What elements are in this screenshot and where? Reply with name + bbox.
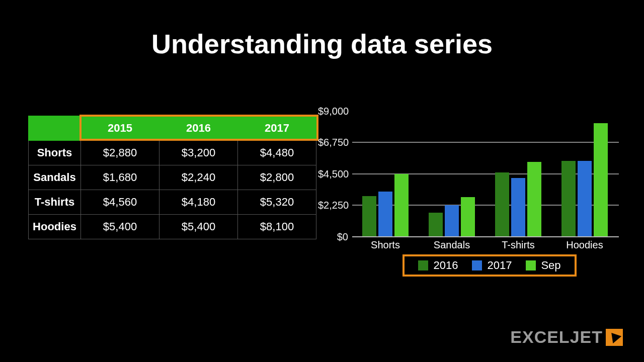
baseline bbox=[352, 236, 619, 237]
bar bbox=[378, 192, 392, 236]
legend-swatch-icon bbox=[472, 260, 482, 270]
cell: $2,240 bbox=[159, 165, 238, 190]
bar bbox=[578, 161, 592, 236]
category-label: Sandals bbox=[419, 239, 485, 251]
cell: $1,680 bbox=[81, 165, 159, 190]
bar-chart: $9,000 $6,750 $4,500 $2,250 $0 bbox=[320, 111, 620, 251]
bar bbox=[429, 213, 443, 236]
chart-legend: 2016 2017 Sep bbox=[403, 254, 577, 277]
cell: $4,560 bbox=[81, 190, 159, 215]
logo-text: EXCELJET bbox=[510, 327, 603, 347]
table-row: Hoodies $5,400 $5,400 $8,100 bbox=[29, 215, 316, 239]
logo: EXCELJET bbox=[510, 327, 623, 347]
plot-area bbox=[352, 111, 619, 236]
row-header: Hoodies bbox=[29, 215, 81, 239]
bar bbox=[461, 197, 475, 236]
cell: $4,180 bbox=[159, 190, 238, 215]
legend-swatch-icon bbox=[526, 260, 536, 270]
bar bbox=[362, 196, 376, 236]
ytick: $9,000 bbox=[318, 106, 348, 117]
ytick: $6,750 bbox=[318, 137, 348, 148]
cell: $2,880 bbox=[81, 141, 159, 165]
bar bbox=[527, 162, 541, 236]
category-label: Hoodies bbox=[551, 239, 618, 251]
legend-item: Sep bbox=[526, 259, 560, 272]
legend-label: 2016 bbox=[433, 259, 458, 272]
ytick: $0 bbox=[318, 231, 348, 243]
cell: $5,400 bbox=[81, 215, 159, 239]
cell: $8,100 bbox=[238, 215, 316, 239]
legend-label: 2017 bbox=[487, 259, 512, 272]
bar bbox=[495, 172, 509, 236]
col-header-2015: 2015 bbox=[81, 116, 159, 141]
row-header: T-shirts bbox=[29, 190, 81, 215]
data-table: 2015 2016 2017 Shorts $2,880 $3,200 $4,4… bbox=[28, 116, 316, 239]
ytick: $4,500 bbox=[318, 168, 348, 180]
bar bbox=[511, 178, 525, 236]
table-row: T-shirts $4,560 $4,180 $5,320 bbox=[29, 190, 316, 215]
legend-swatch-icon bbox=[418, 260, 428, 270]
legend-item: 2017 bbox=[472, 259, 512, 272]
table-corner bbox=[29, 116, 81, 141]
category-label: T-shirts bbox=[485, 239, 551, 251]
ytick: $2,250 bbox=[318, 200, 348, 211]
bar bbox=[561, 161, 576, 236]
bar bbox=[594, 123, 608, 236]
cell: $3,200 bbox=[159, 141, 238, 165]
table-header-row: 2015 2016 2017 bbox=[29, 116, 316, 141]
table-row: Shorts $2,880 $3,200 $4,480 bbox=[29, 141, 316, 165]
legend-label: Sep bbox=[541, 259, 560, 272]
cell: $2,800 bbox=[238, 165, 316, 190]
legend-item: 2016 bbox=[418, 259, 458, 272]
slide: Understanding data series 2015 2016 2017… bbox=[0, 0, 644, 362]
bar bbox=[394, 174, 409, 236]
cell: $4,480 bbox=[238, 141, 316, 165]
table-row: Sandals $1,680 $2,240 $2,800 bbox=[29, 165, 316, 190]
bar bbox=[445, 205, 459, 236]
col-header-2016: 2016 bbox=[159, 116, 238, 141]
cell: $5,320 bbox=[238, 190, 316, 215]
category-label: Shorts bbox=[352, 239, 419, 251]
logo-arrow-icon bbox=[606, 329, 623, 346]
col-header-2017: 2017 bbox=[238, 116, 316, 141]
page-title: Understanding data series bbox=[0, 28, 644, 59]
row-header: Sandals bbox=[29, 165, 81, 190]
row-header: Shorts bbox=[29, 141, 81, 165]
cell: $5,400 bbox=[159, 215, 238, 239]
